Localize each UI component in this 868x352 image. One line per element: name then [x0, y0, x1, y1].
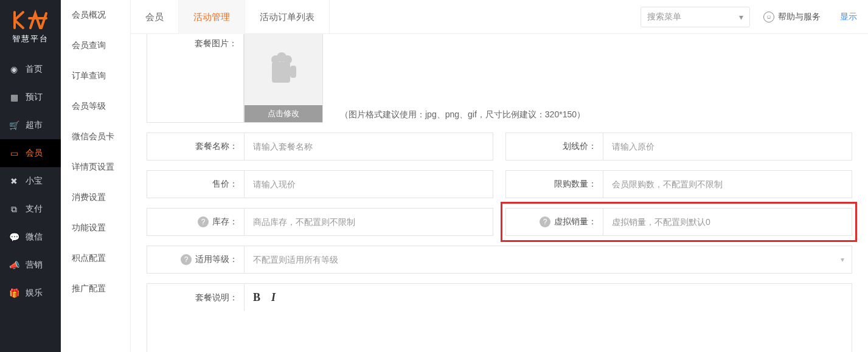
top-tab-bar: 会员 活动管理 活动订单列表 搜索菜单 ▾ ☺ 帮助与服务 显示 [131, 0, 868, 34]
primary-nav-label: 营销 [26, 260, 43, 271]
primary-sidebar: 智慧平台 ◉首页▦预订🛒超市▭会员✖小宝⧉支付💬微信📣营销🎁娱乐 [0, 0, 61, 352]
primary-nav-label: 支付 [26, 204, 43, 215]
dashboard-icon: ◉ [9, 64, 19, 74]
original-price-label: 划线价： [506, 133, 603, 160]
secondary-nav-item[interactable]: 会员概况 [61, 0, 130, 30]
italic-button[interactable]: I [271, 291, 276, 304]
wallet-icon: ⧉ [9, 204, 19, 215]
card-icon: ▭ [9, 148, 19, 158]
primary-nav-label: 预订 [26, 92, 43, 103]
secondary-nav-item[interactable]: 会员查询 [61, 30, 130, 61]
package-image-uploader[interactable]: 点击修改 [244, 34, 323, 123]
secondary-nav-item[interactable]: 消费设置 [61, 182, 130, 213]
primary-nav-x[interactable]: ✖小宝 [0, 167, 61, 195]
menu-search-placeholder: 搜索菜单 [647, 12, 681, 22]
primary-nav-gift[interactable]: 🎁娱乐 [0, 279, 61, 307]
show-toggle-link[interactable]: 显示 [840, 12, 857, 22]
primary-nav-wallet[interactable]: ⧉支付 [0, 195, 61, 223]
brand-subtitle: 智慧平台 [0, 33, 61, 53]
stock-input[interactable] [245, 209, 493, 235]
tab-member[interactable]: 会员 [131, 0, 179, 34]
x-icon: ✖ [9, 176, 19, 186]
primary-nav-dashboard[interactable]: ◉首页 [0, 55, 61, 83]
beer-placeholder-icon [245, 34, 322, 105]
secondary-nav-item[interactable]: 订单查询 [61, 61, 130, 91]
svg-rect-0 [272, 62, 290, 83]
applicable-level-label: ? 适用等级： [147, 246, 245, 273]
package-image-label: 套餐图片： [147, 34, 243, 122]
applicable-level-select[interactable] [245, 246, 852, 273]
primary-nav-megaphone[interactable]: 📣营销 [0, 251, 61, 279]
calendar-icon: ▦ [9, 92, 19, 102]
svg-rect-1 [290, 66, 296, 78]
original-price-input[interactable] [603, 133, 852, 160]
megaphone-icon: 📣 [9, 260, 19, 270]
change-image-button[interactable]: 点击修改 [245, 105, 322, 122]
sale-price-label: 售价： [147, 171, 245, 198]
wechat-icon: 💬 [9, 232, 19, 242]
virtual-sales-label: ? 虚拟销量： [506, 209, 603, 235]
brand-logo-icon [12, 10, 49, 30]
package-name-field: 套餐名称： [147, 133, 493, 160]
secondary-sidebar: 会员概况会员查询订单查询会员等级微信会员卡详情页设置消费设置功能设置积点配置推广… [61, 0, 131, 352]
primary-nav-label: 会员 [26, 148, 43, 159]
help-icon[interactable]: ? [181, 254, 192, 265]
sale-price-input[interactable] [245, 171, 493, 198]
menu-search-select[interactable]: 搜索菜单 ▾ [641, 7, 750, 27]
purchase-limit-label: 限购数量： [506, 171, 603, 198]
svg-point-4 [283, 55, 292, 64]
stock-field: ? 库存： [147, 208, 493, 236]
help-link[interactable]: ☺ 帮助与服务 [763, 12, 821, 22]
primary-nav-label: 超市 [26, 120, 43, 131]
basket-icon: 🛒 [9, 120, 19, 130]
primary-nav-label: 小宝 [26, 176, 43, 187]
secondary-nav-item[interactable]: 积点配置 [61, 243, 130, 274]
stock-label: ? 库存： [147, 209, 245, 235]
smile-icon: ☺ [763, 12, 774, 22]
purchase-limit-input[interactable] [603, 171, 852, 198]
chevron-down-icon: ▾ [739, 12, 743, 22]
sale-price-field: 售价： [147, 170, 493, 198]
package-description-editor: 套餐说明： B I [147, 283, 852, 352]
virtual-sales-input[interactable] [603, 209, 852, 235]
primary-nav-label: 微信 [26, 232, 43, 243]
primary-nav-wechat[interactable]: 💬微信 [0, 223, 61, 251]
secondary-nav-item[interactable]: 微信会员卡 [61, 122, 130, 152]
package-description-label: 套餐说明： [147, 284, 245, 311]
form-content: 套餐图片： 点击修改 （图片格式建议使用：jpg、png、gif，尺寸比例建议：… [131, 34, 868, 352]
tab-activity-orders[interactable]: 活动订单列表 [245, 0, 330, 34]
help-icon[interactable]: ? [198, 216, 209, 227]
secondary-nav-item[interactable]: 详情页设置 [61, 152, 130, 182]
original-price-field: 划线价： [505, 133, 852, 160]
editor-body[interactable] [147, 311, 852, 352]
chevron-down-icon: ▾ [841, 255, 844, 264]
secondary-nav-item[interactable]: 功能设置 [61, 213, 130, 243]
primary-nav-card[interactable]: ▭会员 [0, 139, 61, 167]
applicable-level-field[interactable]: ? 适用等级： ▾ [147, 246, 852, 274]
image-format-tip: （图片格式建议使用：jpg、png、gif，尺寸比例建议：320*150） [340, 109, 585, 123]
primary-nav-calendar[interactable]: ▦预订 [0, 83, 61, 111]
bold-button[interactable]: B [253, 291, 260, 304]
purchase-limit-field: 限购数量： [505, 170, 852, 198]
help-icon[interactable]: ? [540, 216, 550, 227]
tab-activity-management[interactable]: 活动管理 [179, 0, 245, 34]
primary-nav-label: 首页 [26, 64, 43, 75]
gift-icon: 🎁 [9, 288, 19, 298]
package-name-input[interactable] [245, 133, 493, 160]
secondary-nav-item[interactable]: 推广配置 [61, 274, 130, 304]
editor-toolbar: B I [245, 284, 852, 311]
virtual-sales-field: ? 虚拟销量： [505, 208, 852, 236]
primary-nav-basket[interactable]: 🛒超市 [0, 111, 61, 139]
package-name-label: 套餐名称： [147, 133, 245, 160]
secondary-nav-item[interactable]: 会员等级 [61, 91, 130, 122]
primary-nav-label: 娱乐 [26, 288, 43, 299]
logo: 智慧平台 [0, 0, 61, 55]
